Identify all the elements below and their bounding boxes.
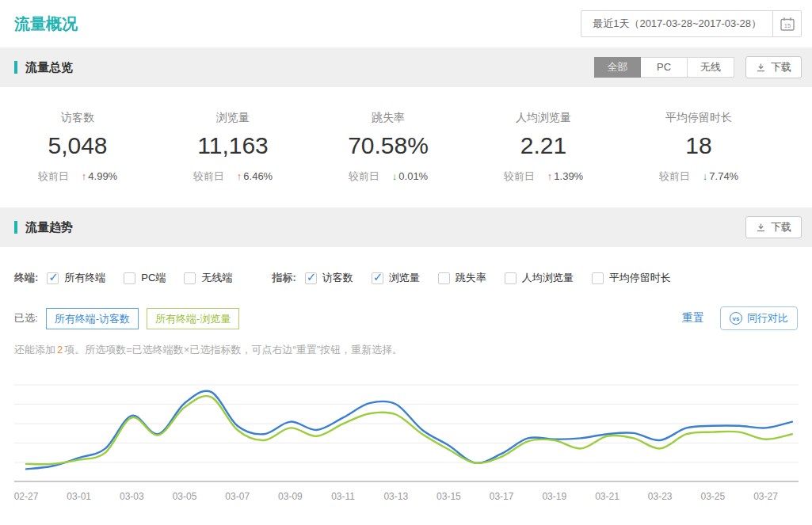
- delta-value: 0.01%: [398, 170, 428, 182]
- hint-suffix: 项。所选项数=已选终端数×已选指标数，可点右边“重置”按钮，重新选择。: [64, 344, 402, 356]
- compare-label: 较前日: [38, 170, 69, 182]
- checkbox-icon: ✓: [372, 272, 383, 284]
- x-axis-tick-label: 03-03: [120, 491, 144, 502]
- tab-pc[interactable]: PC: [641, 57, 688, 78]
- page-title: 流量概况: [14, 13, 78, 35]
- stat-value: 18: [621, 132, 776, 159]
- selected-tag-pageviews[interactable]: 所有终端-浏览量: [147, 308, 239, 329]
- stat-value: 2.21: [466, 132, 621, 159]
- x-axis-tick-label: 03-07: [225, 491, 250, 502]
- selection-hint: 还能添加2项。所选项数=已选终端数×已选指标数，可点右边“重置”按钮，重新选择。: [0, 343, 812, 357]
- stat-label: 平均停留时长: [621, 111, 776, 125]
- checkbox-metric-pageviews[interactable]: ✓ 浏览量: [372, 271, 420, 285]
- stat-value: 70.58%: [311, 132, 466, 159]
- stat-label: 人均浏览量: [466, 111, 621, 125]
- date-range-value[interactable]: 最近1天（2017-03-28~2017-03-28）: [581, 11, 772, 36]
- tab-all[interactable]: 全部: [594, 57, 641, 78]
- selected-tag-visitors[interactable]: 所有终端-访客数: [46, 308, 139, 329]
- checkbox-all-terminals[interactable]: ✓ 所有终端: [47, 271, 105, 285]
- download-label: 下载: [771, 60, 791, 74]
- checkbox-icon: ✓: [592, 272, 604, 284]
- x-axis-tick-label: 02-27: [14, 491, 39, 502]
- overview-download-button[interactable]: 下载: [745, 56, 802, 78]
- x-axis-tick-label: 03-09: [278, 491, 303, 502]
- x-axis-tick-label: 03-25: [700, 491, 725, 502]
- stat-bounce-rate: 跳失率 70.58% 较前日↓0.01%: [311, 111, 466, 207]
- checkbox-label: PC端: [141, 271, 166, 285]
- download-icon: [756, 223, 766, 232]
- stat-avg-duration: 平均停留时长 18 较前日↓7.74%: [621, 111, 776, 207]
- delta-value: 1.39%: [554, 170, 583, 182]
- delta-value: 4.99%: [88, 170, 117, 182]
- x-axis-tick-label: 03-21: [595, 491, 619, 502]
- series-line: [26, 391, 792, 470]
- reset-link[interactable]: 重置: [682, 311, 704, 325]
- check-icon: ✓: [373, 270, 383, 284]
- checkbox-icon: ✓: [124, 272, 135, 284]
- calendar-button[interactable]: 15: [772, 11, 801, 36]
- checkbox-label: 所有终端: [64, 271, 105, 285]
- stat-value: 5,048: [0, 132, 155, 159]
- x-axis-tick-label: 03-01: [67, 491, 91, 502]
- stat-label: 跳失率: [311, 111, 466, 125]
- trend-filters: 终端: ✓ 所有终端 ✓ PC端 ✓ 无线端 指标: ✓ 访客数 ✓ 浏览量 ✓…: [0, 271, 812, 285]
- peer-compare-label: 同行对比: [747, 311, 788, 325]
- overview-stats: 访客数 5,048 较前日↑4.99% 浏览量 11,163 较前日↑6.46%…: [0, 87, 812, 207]
- checkbox-icon: ✓: [47, 272, 59, 284]
- x-axis-tick-label: 03-11: [331, 491, 355, 502]
- delta-arrow-icon: ↑: [237, 170, 242, 182]
- overview-section-header: 流量总览 全部 PC 无线 下载: [0, 48, 812, 87]
- device-segmented-control: 全部 PC 无线: [594, 57, 734, 78]
- date-range-picker[interactable]: 最近1天（2017-03-28~2017-03-28） 15: [581, 10, 802, 37]
- checkbox-wireless-terminal[interactable]: ✓ 无线端: [184, 271, 232, 285]
- delta-value: 7.74%: [709, 170, 738, 182]
- x-axis-tick-label: 03-17: [490, 491, 514, 502]
- checkbox-label: 人均浏览量: [522, 271, 574, 285]
- compare-label: 较前日: [193, 170, 224, 182]
- top-bar: 流量概况 最近1天（2017-03-28~2017-03-28） 15: [0, 0, 812, 48]
- checkbox-pc-terminal[interactable]: ✓ PC端: [124, 271, 166, 285]
- selected-label: 已选:: [14, 311, 38, 325]
- check-icon: ✓: [307, 270, 317, 284]
- delta-arrow-icon: ↓: [703, 170, 708, 182]
- trend-section-header: 流量趋势 下载: [0, 207, 812, 247]
- trend-chart-container: 02-2703-0103-0303-0503-0703-0903-1103-13…: [0, 371, 812, 525]
- checkbox-icon: ✓: [184, 272, 196, 284]
- checkbox-label: 浏览量: [389, 271, 420, 285]
- trend-download-button[interactable]: 下载: [745, 216, 802, 238]
- x-axis-tick-label: 03-05: [173, 491, 197, 502]
- check-icon: ✓: [48, 270, 59, 284]
- compare-label: 较前日: [659, 170, 690, 182]
- selected-series-row: 已选: 所有终端-访客数 所有终端-浏览量 重置 vs 同行对比: [0, 306, 812, 330]
- x-axis-tick-label: 03-19: [542, 491, 566, 502]
- delta-arrow-icon: ↑: [547, 170, 553, 182]
- checkbox-metric-bounce-rate[interactable]: ✓ 跳失率: [438, 271, 486, 285]
- stat-pages-per-visit: 人均浏览量 2.21 较前日↑1.39%: [466, 111, 621, 207]
- trend-line-chart[interactable]: 02-2703-0103-0303-0503-0703-0903-1103-13…: [0, 371, 812, 523]
- stat-value: 11,163: [155, 132, 311, 159]
- delta-arrow-icon: ↑: [82, 170, 87, 182]
- terminal-filter-label: 终端:: [14, 271, 38, 285]
- checkbox-metric-avg-duration[interactable]: ✓ 平均停留时长: [592, 271, 671, 285]
- checkbox-metric-visitors[interactable]: ✓ 访客数: [305, 271, 353, 285]
- trend-section-title: 流量趋势: [14, 221, 73, 234]
- compare-label: 较前日: [349, 170, 379, 182]
- delta-value: 6.46%: [243, 170, 273, 182]
- metric-filter-label: 指标:: [272, 271, 295, 285]
- calendar-icon: 15: [780, 17, 795, 32]
- checkbox-icon: ✓: [305, 272, 317, 284]
- checkbox-label: 无线端: [201, 271, 232, 285]
- checkbox-metric-pages-per-visit[interactable]: ✓ 人均浏览量: [505, 271, 574, 285]
- hint-prefix: 还能添加: [14, 344, 55, 356]
- x-axis-tick-label: 03-23: [648, 491, 673, 502]
- tab-wireless[interactable]: 无线: [688, 57, 734, 78]
- delta-arrow-icon: ↓: [392, 170, 398, 182]
- svg-text:15: 15: [783, 22, 790, 29]
- stat-label: 访客数: [0, 111, 155, 125]
- checkbox-label: 访客数: [322, 271, 353, 285]
- overview-section-title: 流量总览: [14, 61, 73, 74]
- x-axis-tick-label: 03-27: [753, 491, 778, 502]
- checkbox-label: 跳失率: [456, 271, 486, 285]
- peer-compare-button[interactable]: vs 同行对比: [720, 306, 798, 330]
- stat-label: 浏览量: [155, 111, 311, 125]
